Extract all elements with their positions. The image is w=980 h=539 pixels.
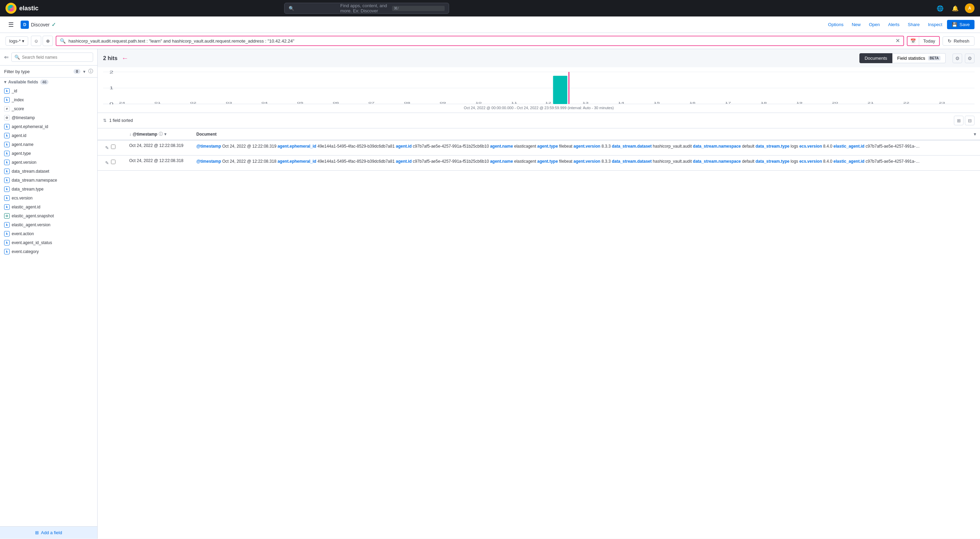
save-button[interactable]: 💾 Save [947, 20, 975, 29]
row-actions: ✎ [102, 143, 121, 152]
section-label: Available fields [8, 80, 38, 84]
refresh-label: Refresh [953, 38, 969, 44]
sidebar-field-item[interactable]: kdata_stream.dataset [0, 167, 97, 176]
field-value: @ [247, 144, 251, 149]
new-button[interactable]: New [848, 20, 864, 29]
sidebar-field-item[interactable]: ⊙elastic_agent.snapshot [0, 211, 97, 220]
table-settings-icon[interactable]: ⚙ [965, 54, 975, 63]
global-search-bar[interactable]: 🔍 Find apps, content, and more. Ex: Disc… [284, 3, 449, 14]
sidebar-field-item[interactable]: kagent.name [0, 140, 97, 149]
sidebar-field-item[interactable]: k_index [0, 95, 97, 105]
tab-field-statistics[interactable]: Field statistics BETA [892, 53, 946, 63]
index-chevron-icon: ▾ [22, 38, 24, 44]
sidebar-field-item[interactable]: kagent.type [0, 149, 97, 158]
field-value: 49e144a1-5495-4fac-8529-b39dc6db7a81 [318, 159, 395, 164]
svg-text:15: 15 [654, 101, 660, 105]
share-button[interactable]: Share [904, 20, 923, 29]
header-icons: ⚙ ⚙ [953, 54, 975, 63]
field-search-input[interactable] [22, 55, 90, 60]
field-value: 24, [230, 159, 236, 164]
timestamp-sort-icon[interactable]: ▾ [164, 132, 167, 136]
calendar-icon-button[interactable]: 📅 [907, 37, 919, 45]
expand-row-button[interactable]: ✎ [105, 144, 110, 151]
sidebar-field-item[interactable]: kevent.category [0, 247, 97, 256]
help-icon[interactable]: 🌐 [935, 3, 946, 14]
filter-options-button[interactable]: ⊕ [43, 36, 53, 46]
sidebar-field-item[interactable]: kelastic_agent.version [0, 220, 97, 229]
filter-add-button[interactable]: ☺ [31, 36, 41, 46]
field-value: filebeat [559, 159, 573, 164]
query-input-wrapper: 🔍 ✕ [56, 36, 904, 46]
sidebar-field-item[interactable]: kecs.version [0, 193, 97, 203]
chart-container: 2 1 0 24 01 02 03 04 05 06 07 08 [103, 70, 975, 105]
sidebar-field-item[interactable]: ⊙@timestamp [0, 113, 97, 122]
inspect-button[interactable]: Inspect [924, 20, 946, 29]
filter-type-chevron[interactable]: ▾ [83, 69, 86, 74]
field-key: agent.version [573, 159, 600, 164]
field-value: default [742, 144, 754, 149]
index-pattern-selector[interactable]: logs-* ▾ [5, 36, 28, 46]
sidebar-field-item[interactable]: kdata_stream.type [0, 185, 97, 193]
add-field-button[interactable]: ⊞ Add a field [0, 526, 97, 539]
logo-text: elastic [19, 5, 38, 12]
clear-query-button[interactable]: ✕ [896, 38, 900, 44]
sidebar-field-item[interactable]: kdata_stream.namespace [0, 176, 97, 185]
sidebar-field-item[interactable]: kagent.version [0, 158, 97, 167]
field-value: c97b7af5-ae5e-4257-991a-f51b25cb6b10 [413, 159, 489, 164]
svg-text:08: 08 [404, 101, 410, 105]
field-value: logs [791, 159, 798, 164]
row-checkbox[interactable] [111, 160, 115, 164]
field-key: @timestamp [197, 159, 221, 164]
svg-text:23: 23 [939, 101, 945, 105]
sidebar-field-item[interactable]: kevent.action [0, 229, 97, 238]
sidebar-field-item[interactable]: kevent.agent_id_status [0, 238, 97, 247]
chart-area: 2 1 0 24 01 02 03 04 05 06 07 08 [98, 67, 980, 113]
th-timestamp: ↓ @timestamp ⓘ ▾ [125, 128, 192, 140]
options-button[interactable]: Options [825, 20, 847, 29]
field-value: c97b7af5-ae5e-4257-991a-f51b25cb6b10 [413, 144, 489, 149]
sidebar-field-item[interactable]: kagent.ephemeral_id [0, 122, 97, 131]
document-column-header: Document ▾ [197, 132, 976, 136]
table-view-buttons: ⊞ ⊟ [954, 116, 975, 125]
check-icon: ✓ [51, 21, 56, 28]
field-type-badge: k [4, 88, 10, 94]
hamburger-button[interactable]: ☰ [5, 19, 16, 30]
svg-point-0 [5, 3, 16, 14]
timestamp-column-label: @timestamp [133, 132, 158, 136]
field-name: ecs.version [12, 196, 93, 200]
sidebar-field-item[interactable]: kagent.id [0, 131, 97, 140]
field-type-badge: k [4, 240, 10, 246]
field-key: agent.name [490, 159, 513, 164]
row-checkbox[interactable] [111, 144, 115, 149]
sidebar-field-item[interactable]: k_id [0, 87, 97, 95]
svg-text:17: 17 [725, 101, 731, 105]
field-key: agent.ephemeral_id [278, 159, 317, 164]
svg-text:18: 18 [761, 101, 767, 105]
table-view-button[interactable]: ⊞ [954, 116, 964, 125]
field-name: agent.id [12, 133, 93, 138]
field-key: agent.name [490, 144, 513, 149]
query-input[interactable] [68, 38, 893, 44]
filter-type-info[interactable]: ⓘ [88, 68, 93, 75]
date-label[interactable]: Today [919, 37, 939, 45]
collapse-sidebar-button[interactable]: ⇐ [4, 54, 9, 60]
refresh-button[interactable]: ↻ Refresh [943, 36, 975, 46]
tab-documents[interactable]: Documents [859, 53, 892, 63]
expanded-view-button[interactable]: ⊟ [965, 116, 975, 125]
sidebar-field-item[interactable]: kelastic_agent.id [0, 203, 97, 211]
alerts-button[interactable]: Alerts [885, 20, 903, 29]
open-button[interactable]: Open [865, 20, 883, 29]
field-type-badge: k [4, 222, 10, 228]
chart-settings-icon[interactable]: ⚙ [953, 54, 962, 63]
timestamp-info-icon[interactable]: ⓘ [159, 131, 163, 137]
avatar[interactable]: A [965, 3, 975, 13]
expand-row-button[interactable]: ✎ [105, 160, 110, 166]
app-name: Discover [31, 22, 49, 27]
field-key: agent.ephemeral_id [278, 144, 317, 149]
filter-type-label: Filter by type [4, 69, 71, 74]
sidebar-field-item[interactable]: #_score [0, 105, 97, 113]
field-value: logs [791, 144, 798, 149]
arrow-indicator: ← [122, 54, 129, 62]
notifications-icon[interactable]: 🔔 [950, 3, 961, 14]
field-key: agent.id [396, 144, 412, 149]
